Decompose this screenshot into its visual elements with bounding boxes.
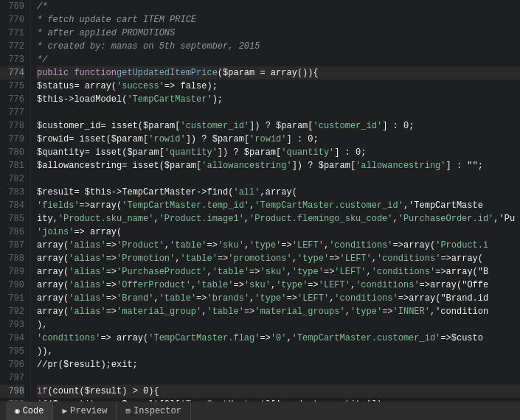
code-token: = isset($param[ [122, 159, 201, 172]
code-token: 'conditions' [329, 239, 392, 252]
code-line: array('alias'=>'Promotion','table'=>'pro… [37, 252, 520, 265]
code-token: => [329, 252, 339, 265]
code-line: array('alias'=>'OfferProduct','table'=>'… [37, 279, 520, 292]
code-token: =>array("B [435, 265, 488, 279]
code-token: 'table' [212, 265, 249, 279]
code-token: 'PurchaseOrder.id' [398, 212, 494, 225]
code-token: array( [37, 305, 69, 318]
code-token: =>array("Offe [420, 279, 489, 292]
code-token: 'type' [276, 279, 308, 292]
code-token: * fetch update cart ITEM PRICE [37, 13, 196, 27]
code-token: '0' [271, 332, 287, 345]
code-token: $customer_id [37, 119, 100, 133]
code-token: = isset($param[ [100, 119, 180, 133]
line-number: 771 [0, 27, 24, 40]
code-area: 7697707717727737747757767777787797807817… [0, 0, 520, 402]
code-line: public function getUpdatedItemPrice($par… [37, 66, 520, 80]
code-token: => array( [74, 225, 122, 239]
line-number: 794 [0, 332, 24, 345]
code-token: 'alias' [69, 265, 105, 279]
code-token: ] : 0; [382, 119, 414, 133]
code-line [37, 172, 520, 186]
code-token: ,array( [260, 186, 297, 199]
code-token: $allowancestring [37, 159, 122, 172]
code-token: ,'Pu [493, 212, 515, 225]
code-token: 'material_group' [117, 305, 201, 318]
code-line [37, 371, 520, 385]
code-token: , [191, 279, 196, 292]
code-token: 'customer_id' [180, 119, 249, 133]
code-token: 'type' [254, 292, 286, 305]
code-token: 'fields' [37, 199, 80, 212]
code-token: 'promotions' [228, 252, 291, 265]
code-token: 'conditions' [334, 292, 398, 305]
code-token: => [260, 332, 270, 345]
code-line: array('alias'=>'Brand','table'=>'brands'… [37, 292, 520, 305]
code-token: , [244, 212, 249, 225]
code-token: 'table' [159, 292, 196, 305]
code-token: array( [37, 239, 69, 252]
code-token: 'alias' [69, 252, 105, 265]
code-token: ] : ""; [446, 159, 483, 172]
code-line: */ [37, 53, 520, 66]
code-token: => [196, 292, 207, 305]
line-number: 770 [0, 13, 24, 27]
code-token: 'type' [292, 265, 324, 279]
code-token: ]['product_quantity']) [266, 398, 382, 402]
code-token: 'TempCartMaster.customer_id' [292, 332, 441, 345]
code-token: 'alias' [69, 239, 105, 252]
code-token: 'LEFT' [319, 279, 350, 292]
code-token: 'customer_id' [313, 119, 383, 133]
bottom-tab-label: Inspector [134, 406, 181, 416]
code-token: , [367, 265, 372, 279]
code-token: 'sku' [218, 239, 244, 252]
bottom-tab-inspector[interactable]: ⊞Inspector [117, 402, 190, 420]
code-token: = isset($param[ [69, 133, 148, 146]
code-token: 'conditions' [37, 332, 100, 345]
code-token: , [164, 239, 170, 252]
code-token: 'TempCartMaster.customer_id' [254, 199, 403, 212]
code-token: 'alias' [69, 292, 105, 305]
bottom-tab-code[interactable]: ◉Code [6, 402, 53, 420]
code-line: array('alias'=>'PurchaseProduct','table'… [37, 265, 520, 279]
code-icon: ◉ [15, 406, 20, 416]
line-number: 791 [0, 292, 24, 305]
code-token: , [292, 252, 297, 265]
code-token: $quantity [37, 146, 85, 159]
line-number: 790 [0, 279, 24, 292]
code-token: 'material_groups' [254, 305, 344, 318]
code-token: ($param = array()){ [218, 66, 319, 80]
code-token: => [106, 265, 117, 279]
code-token: 'TempCartMaster' [180, 398, 265, 402]
bottom-tab-preview[interactable]: ▶Preview [53, 402, 117, 420]
code-token: ]) ? $param[ [186, 133, 249, 146]
code-token: ,'TempCartMaste [403, 199, 483, 212]
code-line: if(count($result) > 0){ [37, 385, 520, 398]
code-line: 'fields'=>array('TempCartMaster.temp_id'… [37, 199, 520, 212]
code-line: array('alias'=>'Product','table'=>'sku',… [37, 239, 520, 252]
line-number: 792 [0, 305, 24, 318]
code-content[interactable]: /* * fetch update cart ITEM PRICE * afte… [31, 0, 520, 402]
code-token: 'brands' [207, 292, 250, 305]
code-token: , [329, 292, 334, 305]
line-number: 773 [0, 53, 24, 66]
code-token: , [287, 265, 292, 279]
code-token: , [286, 332, 291, 345]
code-token: 'table' [170, 239, 207, 252]
code-token: , [324, 239, 329, 252]
code-token: 'TempCartMaster.flag' [148, 332, 260, 345]
line-number: 779 [0, 133, 24, 146]
line-number: 780 [0, 146, 24, 159]
code-token: 'table' [180, 252, 217, 265]
line-number: 787 [0, 239, 24, 252]
code-line: ), [37, 318, 520, 332]
code-token: ]) ? $param[ [218, 146, 281, 159]
line-number: 783 [0, 186, 24, 199]
code-token: => [207, 239, 217, 252]
code-token: , [249, 292, 254, 305]
code-token: 'Product.flemingo_sku_code' [249, 212, 392, 225]
line-number: 798 [0, 385, 24, 398]
code-token: 'table' [207, 305, 243, 318]
code-line: * fetch update cart ITEM PRICE [37, 13, 520, 27]
code-token: 'PurchaseProduct' [117, 265, 207, 279]
